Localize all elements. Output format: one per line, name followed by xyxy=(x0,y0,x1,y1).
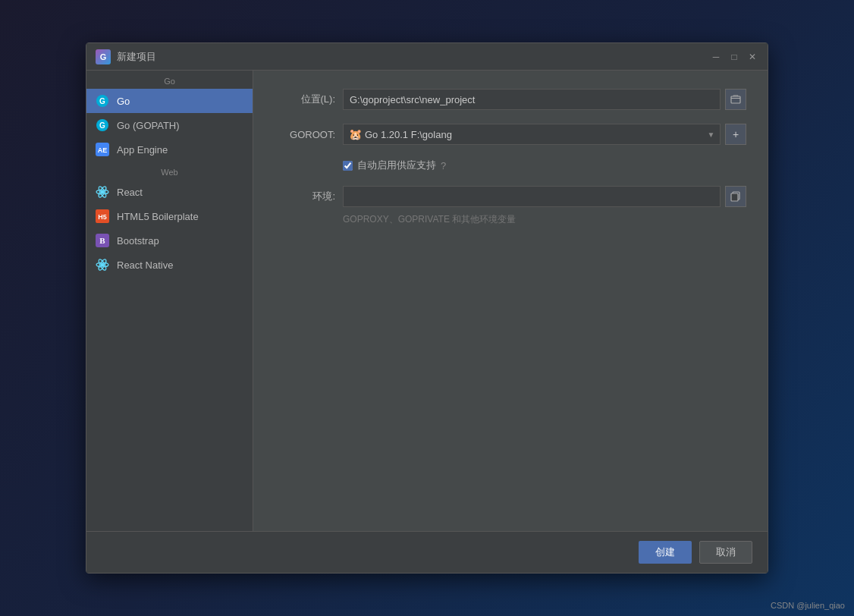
location-row: 位置(L): xyxy=(275,89,746,110)
svg-text:G: G xyxy=(99,97,105,105)
cancel-button[interactable]: 取消 xyxy=(699,541,752,564)
vendor-checkbox[interactable] xyxy=(343,161,353,171)
go-gopath-icon: G xyxy=(96,118,109,132)
sidebar-group-go: Go xyxy=(86,71,253,89)
svg-text:AE: AE xyxy=(98,146,108,154)
svg-text:G: G xyxy=(99,121,105,130)
app-icon: G xyxy=(96,49,111,64)
window-title: 新建项目 xyxy=(117,50,710,64)
gopher-icon: 🐹 xyxy=(349,128,362,140)
watermark: CSDN @julien_qiao xyxy=(771,601,845,610)
minimize-button[interactable]: ─ xyxy=(710,51,722,63)
sidebar-item-go[interactable]: G Go xyxy=(86,89,253,113)
bottom-bar: 创建 取消 xyxy=(86,531,768,573)
new-project-window: G 新建项目 ─ □ ✕ Go G Go G Go (GOPATH) xyxy=(86,42,768,574)
sidebar-item-app-engine-label: App Engine xyxy=(117,144,168,156)
env-input[interactable] xyxy=(343,186,721,207)
sidebar-item-html5[interactable]: H5 HTML5 Boilerplate xyxy=(86,204,253,228)
go-icon: G xyxy=(96,94,109,108)
bootstrap-icon: B xyxy=(96,234,109,247)
sidebar-item-bootstrap-label: Bootstrap xyxy=(117,235,159,247)
maximize-button[interactable]: □ xyxy=(728,51,740,63)
goroot-label: GOROOT: xyxy=(275,129,335,140)
sidebar: Go G Go G Go (GOPATH) AE App Engine xyxy=(86,71,253,531)
vendor-row: 自动启用供应支持 ? xyxy=(275,159,746,172)
svg-text:H5: H5 xyxy=(98,213,107,221)
goroot-select-wrap: 🐹 Go 1.20.1 F:\golang ▼ xyxy=(343,124,721,145)
svg-point-14 xyxy=(101,263,105,267)
env-control xyxy=(343,186,746,207)
sidebar-item-go-label: Go xyxy=(117,96,130,107)
goroot-dropdown-btn[interactable]: ▼ xyxy=(702,124,721,145)
env-row: 环境: xyxy=(275,186,746,207)
env-hint: GOPROXY、GOPRIVATE 和其他环境变量 xyxy=(343,213,746,226)
goroot-row: GOROOT: 🐹 Go 1.20.1 F:\golang ▼ + xyxy=(275,124,746,145)
html5-icon: H5 xyxy=(96,209,109,223)
sidebar-item-bootstrap[interactable]: B Bootstrap xyxy=(86,228,253,253)
react-icon xyxy=(96,185,109,199)
react-native-icon xyxy=(96,258,109,272)
title-bar: G 新建项目 ─ □ ✕ xyxy=(86,43,768,71)
sidebar-group-web: Web xyxy=(86,162,253,180)
vendor-help-icon[interactable]: ? xyxy=(441,160,446,171)
window-controls: ─ □ ✕ xyxy=(710,51,758,63)
vendor-label[interactable]: 自动启用供应支持 xyxy=(357,159,436,172)
location-input[interactable] xyxy=(343,89,721,110)
sidebar-item-go-gopath-label: Go (GOPATH) xyxy=(117,120,180,131)
goroot-select[interactable]: Go 1.20.1 F:\golang xyxy=(343,124,721,145)
env-label: 环境: xyxy=(275,190,335,203)
app-engine-icon: AE xyxy=(96,143,109,156)
sidebar-item-react-native[interactable]: React Native xyxy=(86,253,253,277)
location-label: 位置(L): xyxy=(275,93,335,106)
sidebar-item-app-engine[interactable]: AE App Engine xyxy=(86,137,253,162)
svg-point-6 xyxy=(101,190,105,194)
main-content: 位置(L): GOROOT: 🐹 Go 1.20.1 F:\golang xyxy=(253,71,768,531)
window-body: Go G Go G Go (GOPATH) AE App Engine xyxy=(86,71,768,531)
goroot-add-button[interactable]: + xyxy=(725,124,746,145)
create-button[interactable]: 创建 xyxy=(639,541,692,564)
goroot-control: 🐹 Go 1.20.1 F:\golang ▼ + xyxy=(343,124,746,145)
svg-rect-20 xyxy=(731,193,738,201)
sidebar-item-go-gopath[interactable]: G Go (GOPATH) xyxy=(86,113,253,137)
location-browse-button[interactable] xyxy=(725,89,746,110)
svg-rect-18 xyxy=(731,96,740,103)
close-button[interactable]: ✕ xyxy=(746,51,758,63)
sidebar-item-react-label: React xyxy=(117,187,143,198)
svg-text:B: B xyxy=(99,236,105,245)
sidebar-item-react-native-label: React Native xyxy=(117,259,173,271)
env-copy-button[interactable] xyxy=(725,186,746,207)
sidebar-item-html5-label: HTML5 Boilerplate xyxy=(117,211,199,222)
location-control xyxy=(343,89,746,110)
sidebar-item-react[interactable]: React xyxy=(86,180,253,204)
